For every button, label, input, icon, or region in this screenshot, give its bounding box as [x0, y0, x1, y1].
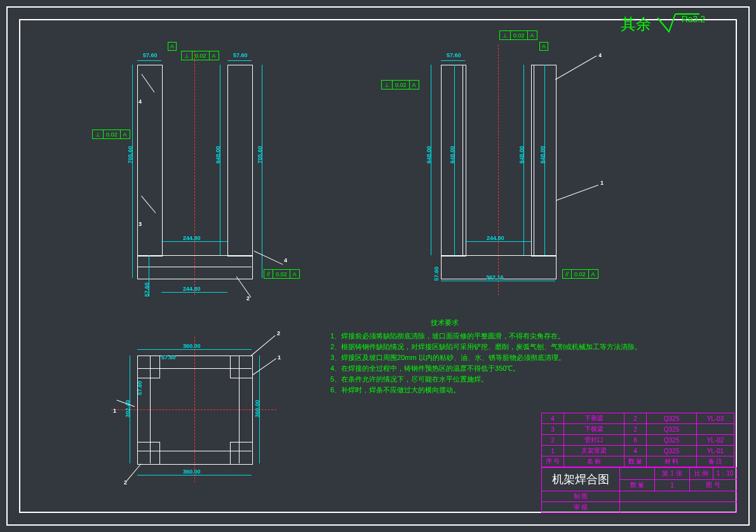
- bom-mat: Q325: [647, 424, 697, 435]
- scale-h: 比 例: [690, 468, 713, 480]
- balloon-c1: 1: [278, 354, 281, 361]
- view-c-c3: [137, 442, 160, 465]
- gdt-perp-icon: ⊥: [93, 130, 104, 138]
- bom-h-mat: 材 料: [647, 456, 697, 467]
- dim-line-b5-1: [431, 65, 431, 255]
- view-c-h1: [137, 368, 252, 369]
- gdt-ref: A: [528, 31, 537, 39]
- bom-no: 3: [542, 424, 564, 435]
- dim-b-24480: 244.80: [487, 235, 504, 241]
- dim-line-a6: [262, 65, 262, 278]
- bom-no: 1: [542, 446, 564, 456]
- bom-table: 4下垂梁2Q325YL-03 3下横梁2Q325 2管封口8Q325YL-02 …: [541, 413, 734, 467]
- qty-h: 数 量: [620, 479, 655, 491]
- datum-b-top: A: [539, 42, 548, 51]
- gdt-tol: 0.02: [104, 130, 121, 138]
- bom-rem: [697, 424, 734, 435]
- drawn-by: 制 图: [542, 491, 620, 502]
- balloon-4b: 4: [284, 257, 287, 263]
- fcf-a-bot: // 0.02 A: [264, 269, 300, 279]
- surface-value: Ra3.2: [682, 14, 705, 24]
- title-table: 机架焊合图 第 1 张 比 例 1：10 数 量 1 图 号 制 图 审 核: [541, 467, 737, 513]
- note-2: 2、根据铸钢件缺陷情况，对焊接区缺陷可采用铲挖、磨削，炭弧气刨、气割或机械加工等…: [330, 342, 642, 352]
- scale-v: 1：10: [713, 468, 737, 480]
- dim-line-a4: [161, 292, 227, 293]
- dim-line-a1: [137, 60, 161, 61]
- note-3: 3、焊接区及坡口周围20mm 以内的粘砂、油、水、锈等脏物必须彻底清理。: [330, 352, 642, 363]
- gdt-ref: A: [290, 270, 299, 278]
- bom-qty: 2: [624, 424, 647, 435]
- dim-c-360-t: 360.00: [183, 343, 201, 349]
- bom-mat: Q325: [647, 446, 697, 456]
- dim-line-a7: [220, 65, 220, 255]
- gdt-ref: A: [589, 270, 598, 278]
- dim-c-5760-l: 57.60: [137, 381, 143, 396]
- drawno-h: 图 号: [690, 479, 737, 491]
- bom-name: 下垂梁: [564, 413, 624, 424]
- bom-no: 4: [542, 413, 564, 424]
- sheet-h: 第 1 张: [655, 468, 690, 480]
- view-a-right-bar: [227, 65, 253, 256]
- dim-b-36216: 362.16: [486, 274, 504, 281]
- dim-line-a5: [132, 65, 133, 278]
- dim-b-5760: 57.60: [447, 52, 461, 58]
- gdt-tol: 0.02: [511, 31, 528, 39]
- dim-line-c3: [130, 356, 130, 463]
- dim-a-24480-b: 244.80: [183, 286, 201, 292]
- balloon-c2b: 2: [124, 479, 127, 486]
- bom-h-no: 序 号: [542, 456, 564, 467]
- notes-title: 技术要求: [330, 317, 559, 328]
- drawing-title: 机架焊合图: [542, 468, 620, 491]
- bom-h-rem: 备 注: [697, 456, 734, 467]
- fcf-b-left: ⊥ 0.02 A: [381, 80, 419, 90]
- dim-line-b5-2: [454, 65, 455, 255]
- title-block: 4下垂梁2Q325YL-03 3下横梁2Q325 2管封口8Q325YL-02 …: [541, 413, 737, 513]
- dim-line-b2: [465, 241, 531, 242]
- gdt-perp-icon: ⊥: [382, 81, 393, 89]
- bom-rem: YL-03: [697, 413, 734, 424]
- dim-line-c2: [137, 475, 252, 475]
- balloon-4: 4: [138, 98, 142, 105]
- gdt-perp-icon: ⊥: [500, 31, 511, 39]
- fcf-b-bot: // 0.02 A: [562, 269, 598, 279]
- bom-qty: 8: [624, 435, 647, 446]
- dim-line-a2: [227, 60, 252, 61]
- view-c-c1: [137, 356, 160, 378]
- dim-line-c4: [259, 356, 260, 463]
- dim-line-c1: [137, 349, 252, 350]
- balloon-3: 3: [138, 221, 142, 227]
- bom-rem: YL-01: [697, 446, 734, 456]
- bom-qty: 4: [624, 446, 647, 456]
- view-a-base: [137, 255, 253, 279]
- gdt-ref: A: [210, 51, 219, 60]
- dim-line-a3: [161, 241, 227, 242]
- dim-c-5760-t: 57.60: [161, 354, 176, 361]
- bom-mat: Q325: [647, 413, 697, 424]
- qty-v: 1: [655, 479, 690, 491]
- gdt-para-icon: //: [264, 270, 273, 278]
- gdt-tol: 0.02: [273, 270, 290, 278]
- view-b-inner-r: [534, 65, 534, 255]
- dim-b-5760-v: 57.60: [433, 267, 440, 281]
- fcf-a-left: ⊥ 0.02 A: [92, 130, 130, 139]
- surface-finish-callout: 其余 Ra3.2: [621, 13, 724, 36]
- bom-qty: 2: [624, 413, 647, 424]
- note-4: 4、在焊接的全过程中，铸钢件预热区的温度不得低于350℃。: [330, 363, 642, 374]
- fcf-a-top: ⊥ 0.02 A: [181, 51, 219, 60]
- note-5: 5、在条件允许的情况下，尽可能在水平位置施焊。: [330, 374, 642, 385]
- dim-a-5760-r: 57.60: [233, 52, 248, 58]
- balloon-b1: 1: [600, 180, 604, 186]
- view-c-c4: [230, 442, 253, 465]
- dim-a-5760-l: 57.60: [143, 52, 158, 58]
- bom-name: 支架竖梁: [564, 446, 624, 456]
- balloon-c1b: 1: [113, 408, 116, 414]
- fcf-b-top: ⊥ 0.02 A: [499, 30, 537, 40]
- dim-a-24480-t: 244.80: [183, 235, 201, 241]
- surface-label: 其余: [621, 14, 651, 34]
- gdt-ref: A: [121, 130, 130, 138]
- bom-no: 2: [542, 435, 564, 446]
- dim-line-a8: [149, 255, 149, 296]
- view-a-base-mid: [137, 267, 252, 267]
- dim-c-360-b: 360.00: [183, 469, 201, 475]
- balloon-2: 2: [246, 295, 250, 302]
